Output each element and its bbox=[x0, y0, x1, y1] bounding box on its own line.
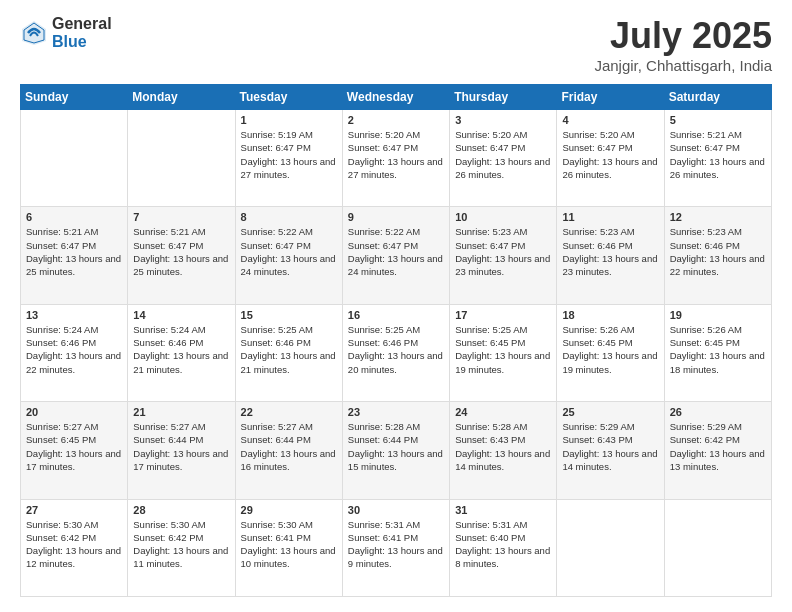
calendar-cell: 29Sunrise: 5:30 AM Sunset: 6:41 PM Dayli… bbox=[235, 499, 342, 596]
calendar-cell bbox=[128, 110, 235, 207]
day-header-tuesday: Tuesday bbox=[235, 85, 342, 110]
day-info: Sunrise: 5:23 AM Sunset: 6:46 PM Dayligh… bbox=[562, 225, 658, 278]
calendar-cell: 13Sunrise: 5:24 AM Sunset: 6:46 PM Dayli… bbox=[21, 304, 128, 401]
day-number: 2 bbox=[348, 114, 444, 126]
day-header-thursday: Thursday bbox=[450, 85, 557, 110]
day-info: Sunrise: 5:21 AM Sunset: 6:47 PM Dayligh… bbox=[26, 225, 122, 278]
day-number: 12 bbox=[670, 211, 766, 223]
day-number: 1 bbox=[241, 114, 337, 126]
day-number: 25 bbox=[562, 406, 658, 418]
calendar-cell: 10Sunrise: 5:23 AM Sunset: 6:47 PM Dayli… bbox=[450, 207, 557, 304]
day-info: Sunrise: 5:29 AM Sunset: 6:43 PM Dayligh… bbox=[562, 420, 658, 473]
day-number: 31 bbox=[455, 504, 551, 516]
day-header-wednesday: Wednesday bbox=[342, 85, 449, 110]
calendar-cell: 23Sunrise: 5:28 AM Sunset: 6:44 PM Dayli… bbox=[342, 402, 449, 499]
day-info: Sunrise: 5:21 AM Sunset: 6:47 PM Dayligh… bbox=[670, 128, 766, 181]
day-number: 15 bbox=[241, 309, 337, 321]
day-info: Sunrise: 5:28 AM Sunset: 6:43 PM Dayligh… bbox=[455, 420, 551, 473]
day-number: 28 bbox=[133, 504, 229, 516]
day-number: 6 bbox=[26, 211, 122, 223]
day-number: 14 bbox=[133, 309, 229, 321]
day-info: Sunrise: 5:25 AM Sunset: 6:46 PM Dayligh… bbox=[241, 323, 337, 376]
calendar-cell: 19Sunrise: 5:26 AM Sunset: 6:45 PM Dayli… bbox=[664, 304, 771, 401]
day-number: 20 bbox=[26, 406, 122, 418]
calendar-cell bbox=[557, 499, 664, 596]
day-info: Sunrise: 5:27 AM Sunset: 6:44 PM Dayligh… bbox=[133, 420, 229, 473]
day-header-friday: Friday bbox=[557, 85, 664, 110]
day-info: Sunrise: 5:29 AM Sunset: 6:42 PM Dayligh… bbox=[670, 420, 766, 473]
calendar-cell: 15Sunrise: 5:25 AM Sunset: 6:46 PM Dayli… bbox=[235, 304, 342, 401]
title-block: July 2025 Janjgir, Chhattisgarh, India bbox=[594, 15, 772, 74]
calendar-cell: 25Sunrise: 5:29 AM Sunset: 6:43 PM Dayli… bbox=[557, 402, 664, 499]
calendar-cell: 3Sunrise: 5:20 AM Sunset: 6:47 PM Daylig… bbox=[450, 110, 557, 207]
calendar-cell: 18Sunrise: 5:26 AM Sunset: 6:45 PM Dayli… bbox=[557, 304, 664, 401]
day-info: Sunrise: 5:24 AM Sunset: 6:46 PM Dayligh… bbox=[133, 323, 229, 376]
day-info: Sunrise: 5:20 AM Sunset: 6:47 PM Dayligh… bbox=[455, 128, 551, 181]
day-number: 30 bbox=[348, 504, 444, 516]
day-number: 3 bbox=[455, 114, 551, 126]
day-number: 9 bbox=[348, 211, 444, 223]
logo-icon bbox=[20, 19, 48, 47]
calendar-cell: 5Sunrise: 5:21 AM Sunset: 6:47 PM Daylig… bbox=[664, 110, 771, 207]
calendar-week-row: 6Sunrise: 5:21 AM Sunset: 6:47 PM Daylig… bbox=[21, 207, 772, 304]
day-info: Sunrise: 5:20 AM Sunset: 6:47 PM Dayligh… bbox=[348, 128, 444, 181]
day-number: 27 bbox=[26, 504, 122, 516]
day-number: 5 bbox=[670, 114, 766, 126]
calendar-cell: 20Sunrise: 5:27 AM Sunset: 6:45 PM Dayli… bbox=[21, 402, 128, 499]
day-info: Sunrise: 5:28 AM Sunset: 6:44 PM Dayligh… bbox=[348, 420, 444, 473]
calendar-week-row: 1Sunrise: 5:19 AM Sunset: 6:47 PM Daylig… bbox=[21, 110, 772, 207]
day-number: 17 bbox=[455, 309, 551, 321]
calendar-week-row: 27Sunrise: 5:30 AM Sunset: 6:42 PM Dayli… bbox=[21, 499, 772, 596]
logo: General Blue bbox=[20, 15, 112, 50]
day-number: 26 bbox=[670, 406, 766, 418]
day-info: Sunrise: 5:27 AM Sunset: 6:44 PM Dayligh… bbox=[241, 420, 337, 473]
day-header-monday: Monday bbox=[128, 85, 235, 110]
day-number: 7 bbox=[133, 211, 229, 223]
day-info: Sunrise: 5:25 AM Sunset: 6:45 PM Dayligh… bbox=[455, 323, 551, 376]
day-number: 4 bbox=[562, 114, 658, 126]
calendar-cell: 2Sunrise: 5:20 AM Sunset: 6:47 PM Daylig… bbox=[342, 110, 449, 207]
calendar-cell: 27Sunrise: 5:30 AM Sunset: 6:42 PM Dayli… bbox=[21, 499, 128, 596]
calendar-cell: 26Sunrise: 5:29 AM Sunset: 6:42 PM Dayli… bbox=[664, 402, 771, 499]
calendar-cell: 1Sunrise: 5:19 AM Sunset: 6:47 PM Daylig… bbox=[235, 110, 342, 207]
logo-general-text: General bbox=[52, 15, 112, 33]
day-number: 16 bbox=[348, 309, 444, 321]
logo-blue-text: Blue bbox=[52, 33, 112, 51]
day-number: 19 bbox=[670, 309, 766, 321]
day-number: 23 bbox=[348, 406, 444, 418]
day-info: Sunrise: 5:24 AM Sunset: 6:46 PM Dayligh… bbox=[26, 323, 122, 376]
day-info: Sunrise: 5:26 AM Sunset: 6:45 PM Dayligh… bbox=[562, 323, 658, 376]
page: General Blue July 2025 Janjgir, Chhattis… bbox=[0, 0, 792, 612]
calendar-cell: 12Sunrise: 5:23 AM Sunset: 6:46 PM Dayli… bbox=[664, 207, 771, 304]
day-info: Sunrise: 5:26 AM Sunset: 6:45 PM Dayligh… bbox=[670, 323, 766, 376]
day-info: Sunrise: 5:22 AM Sunset: 6:47 PM Dayligh… bbox=[241, 225, 337, 278]
day-number: 11 bbox=[562, 211, 658, 223]
day-info: Sunrise: 5:27 AM Sunset: 6:45 PM Dayligh… bbox=[26, 420, 122, 473]
calendar-cell: 30Sunrise: 5:31 AM Sunset: 6:41 PM Dayli… bbox=[342, 499, 449, 596]
calendar-cell: 28Sunrise: 5:30 AM Sunset: 6:42 PM Dayli… bbox=[128, 499, 235, 596]
calendar-cell: 6Sunrise: 5:21 AM Sunset: 6:47 PM Daylig… bbox=[21, 207, 128, 304]
calendar-cell: 8Sunrise: 5:22 AM Sunset: 6:47 PM Daylig… bbox=[235, 207, 342, 304]
header: General Blue July 2025 Janjgir, Chhattis… bbox=[20, 15, 772, 74]
day-number: 8 bbox=[241, 211, 337, 223]
day-info: Sunrise: 5:25 AM Sunset: 6:46 PM Dayligh… bbox=[348, 323, 444, 376]
day-info: Sunrise: 5:19 AM Sunset: 6:47 PM Dayligh… bbox=[241, 128, 337, 181]
day-number: 22 bbox=[241, 406, 337, 418]
calendar-cell: 14Sunrise: 5:24 AM Sunset: 6:46 PM Dayli… bbox=[128, 304, 235, 401]
day-info: Sunrise: 5:23 AM Sunset: 6:46 PM Dayligh… bbox=[670, 225, 766, 278]
day-info: Sunrise: 5:31 AM Sunset: 6:40 PM Dayligh… bbox=[455, 518, 551, 571]
day-info: Sunrise: 5:30 AM Sunset: 6:42 PM Dayligh… bbox=[133, 518, 229, 571]
day-number: 18 bbox=[562, 309, 658, 321]
day-number: 10 bbox=[455, 211, 551, 223]
calendar-cell: 24Sunrise: 5:28 AM Sunset: 6:43 PM Dayli… bbox=[450, 402, 557, 499]
calendar-cell: 17Sunrise: 5:25 AM Sunset: 6:45 PM Dayli… bbox=[450, 304, 557, 401]
day-header-sunday: Sunday bbox=[21, 85, 128, 110]
day-number: 21 bbox=[133, 406, 229, 418]
logo-text: General Blue bbox=[52, 15, 112, 50]
calendar-header-row: SundayMondayTuesdayWednesdayThursdayFrid… bbox=[21, 85, 772, 110]
day-number: 29 bbox=[241, 504, 337, 516]
sub-title: Janjgir, Chhattisgarh, India bbox=[594, 57, 772, 74]
day-info: Sunrise: 5:30 AM Sunset: 6:42 PM Dayligh… bbox=[26, 518, 122, 571]
calendar-cell: 31Sunrise: 5:31 AM Sunset: 6:40 PM Dayli… bbox=[450, 499, 557, 596]
main-title: July 2025 bbox=[594, 15, 772, 57]
